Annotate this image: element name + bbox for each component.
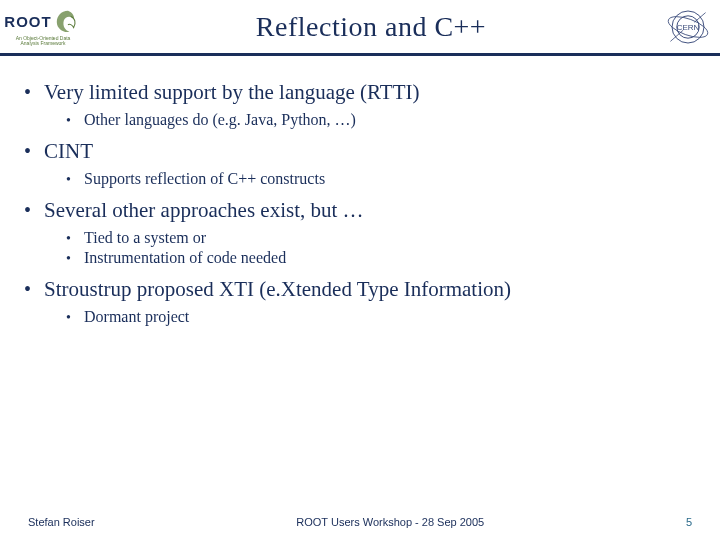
bullet-icon: •: [66, 113, 84, 129]
footer-author: Stefan Roiser: [28, 516, 95, 528]
bullet-text: Stroustrup proposed XTI (e.Xtended Type …: [44, 277, 511, 302]
list-item: •Tied to a system or: [66, 229, 696, 247]
list-item: •Instrumentation of code needed: [66, 249, 696, 267]
bullet-text: Several other approaches exist, but …: [44, 198, 364, 223]
footer-event: ROOT Users Workshop - 28 Sep 2005: [95, 516, 686, 528]
list-item: •Very limited support by the language (R…: [24, 80, 696, 129]
slide-footer: Stefan Roiser ROOT Users Workshop - 28 S…: [0, 516, 720, 528]
bullet-icon: •: [66, 251, 84, 267]
bullet-text: Very limited support by the language (RT…: [44, 80, 419, 105]
cern-logo-icon: CERN: [664, 3, 712, 51]
root-logo-text: ROOT: [4, 13, 51, 30]
bullet-icon: •: [24, 278, 44, 301]
root-logo: ROOT An Object-Oriented Data Analysis Fr…: [8, 3, 78, 51]
bullet-text: Instrumentation of code needed: [84, 249, 286, 267]
footer-page-number: 5: [686, 516, 692, 528]
list-item: •Other languages do (e.g. Java, Python, …: [66, 111, 696, 129]
bullet-text: Supports reflection of C++ constructs: [84, 170, 325, 188]
slide-content: •Very limited support by the language (R…: [0, 56, 720, 326]
bullet-icon: •: [66, 172, 84, 188]
root-logo-subtitle: An Object-Oriented Data Analysis Framewo…: [8, 36, 78, 46]
list-item: •Stroustrup proposed XTI (e.Xtended Type…: [24, 277, 696, 326]
bullet-text: Other languages do (e.g. Java, Python, ……: [84, 111, 356, 129]
bullet-list: •Very limited support by the language (R…: [24, 80, 696, 326]
bullet-icon: •: [66, 310, 84, 326]
bullet-icon: •: [66, 231, 84, 247]
bullet-icon: •: [24, 140, 44, 163]
svg-line-4: [694, 12, 705, 22]
bullet-icon: •: [24, 81, 44, 104]
bullet-text: Dormant project: [84, 308, 189, 326]
list-item: •Supports reflection of C++ constructs: [66, 170, 696, 188]
slide-title: Reflection and C++: [78, 11, 664, 43]
cern-logo-text: CERN: [677, 23, 700, 32]
bullet-icon: •: [24, 199, 44, 222]
list-item: •CINT •Supports reflection of C++ constr…: [24, 139, 696, 188]
list-item: •Several other approaches exist, but … •…: [24, 198, 696, 267]
bullet-text: CINT: [44, 139, 93, 164]
bullet-text: Tied to a system or: [84, 229, 206, 247]
list-item: •Dormant project: [66, 308, 696, 326]
slide-header: ROOT An Object-Oriented Data Analysis Fr…: [0, 0, 720, 56]
